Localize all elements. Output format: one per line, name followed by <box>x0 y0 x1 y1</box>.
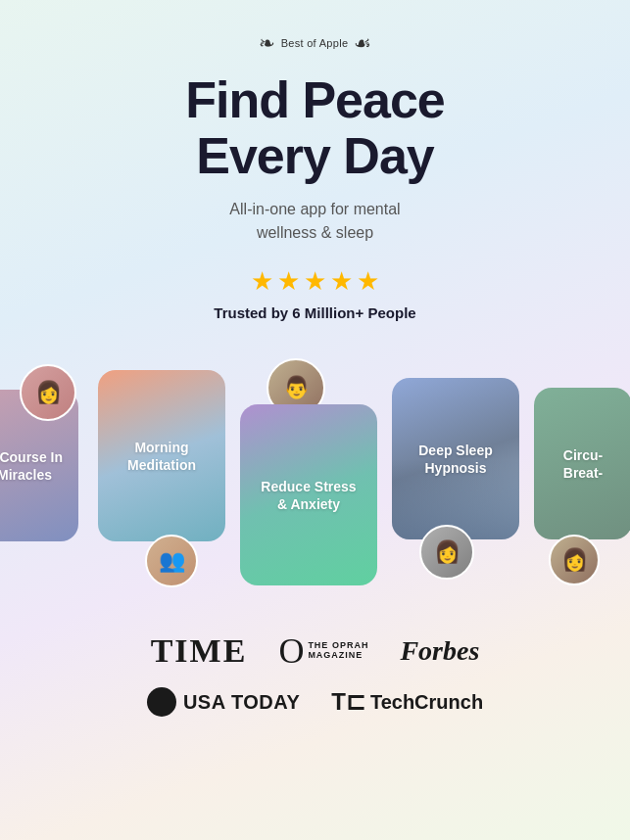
cards-section: A Course InMiracles MorningMeditation Re… <box>0 350 630 605</box>
oprah-magazine-text: MAGAZINE <box>308 651 368 661</box>
avatar-1-image: 👩 <box>22 366 74 419</box>
card-circular-breathing[interactable]: Circu-Breat- <box>534 388 630 539</box>
card-reduce-stress-label: Reduce Stress& Anxiety <box>253 470 363 521</box>
avatar-1: 👩 <box>20 364 76 421</box>
techcrunch-tc-icon: T⊏ <box>331 688 365 716</box>
headline-line2: Every Day <box>196 127 434 184</box>
techcrunch-wordmark: TechCrunch <box>370 691 483 714</box>
star-4-icon: ★ <box>330 266 353 297</box>
card-course-miracles-label: A Course InMiracles <box>0 441 71 491</box>
time-wordmark: TIME <box>151 632 248 670</box>
card-deep-sleep-label: Deep SleepHypnosis <box>411 434 500 485</box>
usatoday-wordmark: USA TODAY <box>183 691 300 714</box>
trusted-text: Trusted by 6 Milllion+ People <box>214 304 415 321</box>
laurel-left-icon: ❧ <box>259 31 275 55</box>
card-morning-meditation-label: MorningMeditation <box>120 431 204 482</box>
top-section: ❧ Best of Apple ☙ Find Peace Every Day A… <box>0 0 630 350</box>
stars-row: ★ ★ ★ ★ ★ <box>251 266 379 297</box>
star-1-icon: ★ <box>251 266 273 297</box>
card-morning-meditation[interactable]: MorningMeditation <box>98 370 225 541</box>
forbes-wordmark: Forbes <box>400 635 479 667</box>
star-3-icon: ★ <box>304 266 326 297</box>
logo-time: TIME <box>151 632 248 670</box>
card-circular-breathing-label: Circu-Breat- <box>556 439 610 490</box>
oprah-o-letter: O <box>278 633 304 669</box>
oprah-text-block: THE OPRAH MAGAZINE <box>308 641 368 661</box>
avatar-5: 👩 <box>549 535 600 585</box>
avatar-3: 👥 <box>145 535 198 587</box>
logo-oprah: O THE OPRAH MAGAZINE <box>278 633 368 669</box>
logos-section: TIME O THE OPRAH MAGAZINE Forbes USA TOD… <box>0 605 630 717</box>
laurel-right-icon: ☙ <box>354 31 371 55</box>
logos-row-1: TIME O THE OPRAH MAGAZINE Forbes <box>151 632 480 670</box>
logo-usatoday: USA TODAY <box>147 687 300 717</box>
card-deep-sleep[interactable]: Deep SleepHypnosis <box>392 378 519 539</box>
headline: Find Peace Every Day <box>185 72 445 184</box>
subheadline: All-in-one app for mentalwellness & slee… <box>229 198 400 245</box>
award-label: Best of Apple <box>281 37 349 49</box>
usatoday-dot-icon <box>147 687 176 717</box>
avatar-5-image: 👩 <box>551 537 598 583</box>
star-2-icon: ★ <box>277 266 300 297</box>
star-5-icon: ★ <box>357 266 379 297</box>
card-reduce-stress[interactable]: Reduce Stress& Anxiety <box>240 404 377 585</box>
logos-row-2: USA TODAY T⊏ TechCrunch <box>147 687 483 717</box>
award-text-group: Best of Apple <box>281 37 349 49</box>
avatar-3-image: 👥 <box>147 537 196 585</box>
avatar-4-image: 👩 <box>421 527 472 578</box>
award-badge: ❧ Best of Apple ☙ <box>259 31 372 55</box>
logo-techcrunch: T⊏ TechCrunch <box>331 688 483 716</box>
headline-line1: Find Peace <box>185 71 445 128</box>
logo-forbes: Forbes <box>400 635 479 667</box>
avatar-4: 👩 <box>419 525 474 580</box>
